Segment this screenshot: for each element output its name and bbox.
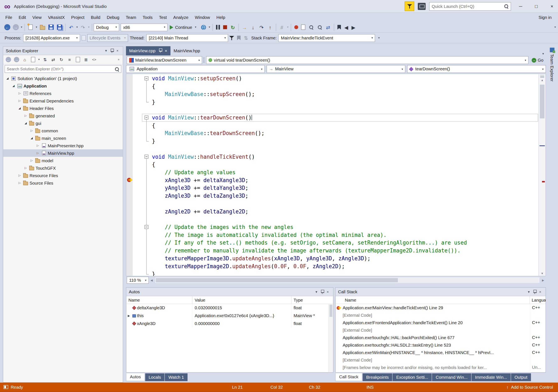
tree-expanded-arrow-icon[interactable]: ◢ (23, 121, 28, 125)
call-stack-frame[interactable]: Application.exe!WinMain(HINSTANCE__ * hI… (336, 349, 546, 356)
filter-threads-icon[interactable] (228, 34, 235, 42)
expander-icon[interactable]: ▶ (126, 314, 131, 317)
fold-collapse-icon[interactable] (144, 116, 148, 119)
lifecycle-events-combo[interactable]: Lifecycle Events▾ (87, 34, 128, 42)
call-stack-frame[interactable]: Application.exe!FrontendApplication::han… (336, 319, 546, 326)
project-dropdown[interactable]: Application ▾ (126, 65, 265, 73)
scroll-down-icon[interactable]: ▼ (539, 272, 546, 275)
code-line[interactable]: xAngle3D += deltaXangle3D; (152, 176, 539, 184)
code-line[interactable]: // Update angle values (152, 169, 539, 177)
tree-expanded-arrow-icon[interactable]: ◢ (29, 136, 35, 140)
code-line[interactable] (152, 215, 539, 223)
menu-tools[interactable]: Tools (140, 13, 156, 22)
undo-dropdown-icon[interactable]: ▾ (75, 26, 78, 29)
code-line[interactable]: MainViewBase::tearDownScreen(); (152, 129, 539, 137)
collapse-all-icon[interactable]: ≡ (66, 56, 73, 63)
new-file-dropdown-icon[interactable]: ▾ (35, 26, 38, 29)
tree-item[interactable]: ▷TouchGFX (3, 164, 123, 172)
redo-dropdown-icon[interactable]: ▾ (87, 26, 90, 29)
code-line[interactable]: yAngle3D += deltaYangle3D; (152, 184, 539, 192)
step-over-icon[interactable]: ↷ (257, 23, 266, 32)
scroll-up-icon[interactable]: ▲ (539, 79, 546, 82)
code-line[interactable] (152, 145, 539, 153)
scroll-left-icon[interactable]: ◀ (149, 279, 155, 282)
step-into-icon[interactable]: ↓ (249, 23, 257, 32)
scrollbar-thumb[interactable] (156, 278, 398, 282)
code-editor[interactable]: void MainView::setupScreen(){ MainViewBa… (126, 74, 546, 276)
menu-help[interactable]: Help (213, 13, 228, 22)
navigate-backward-icon[interactable]: ← (3, 23, 11, 32)
solution-search-input[interactable] (7, 67, 115, 71)
stop-debugging-icon[interactable] (221, 23, 228, 32)
toolbar-overflow-icon[interactable]: ▾ (554, 26, 558, 29)
code-line[interactable]: void MainView::setupScreen() (152, 75, 539, 83)
panel-tab-exception-setti-[interactable]: Exception Setti... (393, 373, 432, 381)
panel-tab-locals[interactable]: Locals (145, 373, 165, 381)
tree-expanded-arrow-icon[interactable]: ◢ (11, 84, 16, 87)
se-toolbar-overflow-icon[interactable]: » (118, 58, 121, 61)
maximize-button[interactable]: □ (530, 0, 542, 12)
document-tab[interactable]: MainView.hpp (170, 46, 203, 56)
pin-icon[interactable] (319, 289, 325, 295)
code-line[interactable]: { (152, 121, 539, 129)
code-line[interactable]: { (152, 161, 539, 169)
menu-window[interactable]: Window (192, 13, 213, 22)
close-icon[interactable]: × (165, 48, 167, 53)
close-icon[interactable]: × (325, 289, 331, 295)
code-line[interactable] (152, 106, 539, 114)
redo-icon[interactable]: ↷ (79, 23, 87, 32)
va-splitter[interactable] (204, 57, 205, 63)
feedback-icon[interactable] (418, 3, 426, 10)
navigate-symbols-icon[interactable]: ⇄ (324, 23, 332, 32)
process-combo[interactable]: [21628] Application.exe▾ (23, 34, 80, 42)
pending-changes-filter-icon[interactable]: ⇅ (41, 56, 49, 63)
save-icon[interactable] (47, 23, 55, 32)
pin-icon[interactable] (532, 289, 537, 295)
pin-icon[interactable] (159, 48, 162, 53)
flag-threads-icon[interactable] (235, 34, 242, 42)
code-line[interactable]: void MainView::handleTickEvent() (152, 153, 539, 161)
menu-view[interactable]: View (29, 13, 45, 22)
menu-analyze[interactable]: Analyze (170, 13, 192, 22)
column-header-value[interactable]: Value (192, 296, 291, 304)
class-dropdown[interactable]: → MainView ▾ (267, 65, 405, 73)
lifecycle-events-icon[interactable] (80, 34, 87, 42)
menu-test[interactable]: Test (156, 13, 170, 22)
show-all-files-icon[interactable] (74, 56, 82, 63)
tree-collapsed-arrow-icon[interactable]: ▷ (29, 159, 35, 162)
bookmark-icon[interactable] (336, 23, 343, 32)
quick-launch-input[interactable] (432, 4, 504, 9)
search-box[interactable] (5, 65, 121, 73)
document-tab[interactable]: MainView.cpp× (126, 46, 170, 56)
tree-collapsed-arrow-icon[interactable]: ▷ (23, 114, 28, 117)
call-stack-frame[interactable]: Application.exe!touchgfx::HAL::backPorch… (336, 334, 546, 341)
solution-explorer-header[interactable]: Solution Explorer ▾ × (3, 47, 123, 55)
tree-collapsed-arrow-icon[interactable]: ▷ (17, 174, 22, 177)
menu-vassistx[interactable]: VAssistX (45, 13, 68, 22)
tree-item[interactable]: ▷common (3, 127, 123, 134)
web-browser-icon[interactable] (199, 23, 208, 32)
column-header-type[interactable]: Type (291, 296, 333, 304)
switch-views-icon[interactable] (29, 56, 37, 63)
tree-collapsed-arrow-icon[interactable]: ▷ (23, 166, 28, 170)
search-icon[interactable] (115, 67, 119, 71)
fold-collapse-icon[interactable] (144, 225, 148, 229)
step-out-icon[interactable]: ↑ (266, 23, 274, 32)
code-line[interactable] (152, 200, 539, 208)
thread-combo[interactable]: [22140] Main Thread▾ (146, 34, 228, 42)
tree-item[interactable]: ▷model (3, 157, 123, 164)
autos-row[interactable]: ▶thisApplication.exe!0x0127e6c4 {xAngle3… (126, 312, 333, 320)
refresh-icon[interactable]: ↻ (58, 56, 65, 63)
switch-views-dropdown-icon[interactable]: ▾ (37, 58, 41, 61)
web-browser-dropdown-icon[interactable]: ▾ (208, 26, 211, 29)
tree-item[interactable]: ◢Solution 'Application' (1 project) (3, 75, 123, 82)
tree-collapsed-arrow-icon[interactable]: ▷ (17, 92, 22, 95)
find-in-files-icon[interactable] (315, 23, 324, 32)
menu-file[interactable]: File (2, 13, 15, 22)
tree-item[interactable]: ▷Source Files (3, 179, 123, 187)
restart-icon[interactable]: ↻ (228, 23, 237, 32)
call-stack-frame[interactable]: [External Code] (336, 312, 546, 319)
output-window-icon[interactable] (300, 23, 307, 32)
column-header-language[interactable]: Language (530, 296, 546, 304)
new-file-icon[interactable] (26, 23, 35, 32)
